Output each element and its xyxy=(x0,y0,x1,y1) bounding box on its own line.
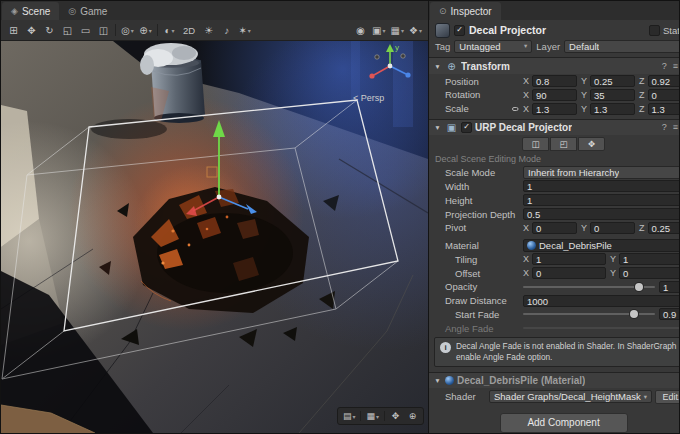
transform-header[interactable]: ▼ ⊕ Transform ? ≡ ⋮ xyxy=(429,57,680,74)
pivot-z-field[interactable]: 0.25 xyxy=(648,222,680,234)
urp-decal-projector-header[interactable]: ▼ ▣ ✓ URP Decal Projector ? ≡ ⋮ xyxy=(429,119,680,136)
scale-z-field[interactable]: 1.3 xyxy=(648,103,680,115)
rotation-row: Rotation X90 Y35 Z0 xyxy=(429,88,680,102)
overlay-separator xyxy=(360,411,361,421)
offset-x-field[interactable]: 0 xyxy=(532,267,606,279)
view-tool-icon[interactable]: ✥ xyxy=(23,22,40,38)
draw-distance-field[interactable]: 1000 xyxy=(523,295,680,307)
pan-overlay-icon[interactable]: ✥ xyxy=(388,409,403,423)
inspector-menu-icon[interactable]: ⋮ xyxy=(676,5,680,16)
gizmos-menu-icon[interactable]: ❖▾ xyxy=(407,22,424,38)
scene-viewport[interactable]: y < Persp ▤▾ ▦▾ ✥ ⊕ xyxy=(1,41,428,433)
position-label: Position xyxy=(429,76,523,87)
tiling-x-field[interactable]: 1 xyxy=(532,253,606,265)
layer-dropdown[interactable]: Default ▾ xyxy=(564,40,680,53)
start-fade-field[interactable]: 0.9 xyxy=(659,308,680,320)
position-y-field[interactable]: 0.25 xyxy=(590,75,635,87)
grid-toggle-icon[interactable]: ▦▾ xyxy=(364,409,381,423)
shader-dropdown[interactable]: Shader Graphs/Decal_HeightMask ▾ xyxy=(489,390,652,403)
grid-settings-icon[interactable]: ▦▾ xyxy=(389,22,406,38)
component-enabled-checkbox[interactable]: ✓ xyxy=(461,122,472,133)
transform-tool-icon[interactable]: ◫ xyxy=(95,22,112,38)
opacity-row: Opacity 1 xyxy=(429,280,680,294)
scale-tool-icon[interactable]: ◱ xyxy=(59,22,76,38)
scale-mode-dropdown[interactable]: Inherit from Hierarchy ▾ xyxy=(523,166,680,179)
add-component-button[interactable]: Add Component xyxy=(500,413,628,433)
material-object-field[interactable]: Decal_DebrisPile ⊙ xyxy=(523,239,680,252)
projection-depth-field[interactable]: 0.5 xyxy=(523,208,680,220)
start-fade-row: Start Fade 0.9 xyxy=(429,308,680,322)
pivot-mode-icon[interactable]: ◎▾ xyxy=(119,22,136,38)
overlay-separator xyxy=(384,411,385,421)
effects-toggle-icon[interactable]: ✶▾ xyxy=(236,22,253,38)
unity-editor-window: ◈ Scene ◎ Game ⊞ ✥ ↻ ◱ ▭ ◫ ◎▾ ⊕▾ ◐▾ 2D ☀… xyxy=(0,0,680,434)
camera-settings-icon[interactable]: ▣▾ xyxy=(370,22,387,38)
offset-y-field[interactable]: 0 xyxy=(619,267,680,279)
angle-fade-row: Angle Fade xyxy=(429,321,680,335)
opacity-field[interactable]: 1 xyxy=(659,281,680,293)
transform-icon: ⊕ xyxy=(445,61,458,72)
rect-tool-icon[interactable]: ▭ xyxy=(77,22,94,38)
decal-projector-icon xyxy=(435,23,450,38)
scene-tab-label: Scene xyxy=(22,6,50,17)
2d-toggle[interactable]: 2D xyxy=(179,25,199,36)
scene-visibility-icon[interactable]: ◉ xyxy=(352,22,369,38)
scale-x-field[interactable]: 1.3 xyxy=(532,103,577,115)
presets-icon[interactable]: ≡ xyxy=(673,61,678,71)
pivot-x-field[interactable]: 0 xyxy=(532,222,577,234)
tiling-y-field[interactable]: 1 xyxy=(619,253,680,265)
gameobject-name[interactable]: Decal Projector xyxy=(469,24,645,36)
audio-toggle-icon[interactable]: ♪ xyxy=(218,22,235,38)
foldout-icon[interactable]: ▼ xyxy=(433,124,442,131)
shading-mode-icon[interactable]: ◐▾ xyxy=(161,22,178,38)
decal-component-icon: ▣ xyxy=(445,122,458,133)
help-icon[interactable]: ? xyxy=(662,61,667,71)
rotation-x-field[interactable]: 90 xyxy=(532,89,577,101)
edit-pivot-mode-button[interactable]: ✥ xyxy=(578,137,605,151)
offset-label: Offset xyxy=(429,268,523,279)
lighting-toggle-icon[interactable]: ☀ xyxy=(200,22,217,38)
material-section-header[interactable]: ▼ Decal_DebrisPile (Material) ⋮ xyxy=(429,372,680,389)
start-fade-slider-knob[interactable] xyxy=(630,310,638,318)
foldout-icon[interactable]: ▼ xyxy=(433,63,442,70)
decal-edit-mode-buttons: ◫ ◰ ✥ xyxy=(429,135,680,153)
persp-label[interactable]: < Persp xyxy=(353,93,384,103)
static-toggle[interactable]: Static ▾ xyxy=(649,25,680,36)
shader-edit-button[interactable]: Edit... xyxy=(655,390,680,404)
tiling-label: Tiling xyxy=(429,254,523,265)
tag-dropdown[interactable]: Untagged ▾ xyxy=(454,40,532,53)
rotation-z-field[interactable]: 0 xyxy=(648,89,680,101)
offset-row: Offset X0 Y0 xyxy=(429,266,680,280)
handle-orientation-icon[interactable]: ⊕▾ xyxy=(137,22,154,38)
tab-inspector[interactable]: ⊙ Inspector xyxy=(430,2,501,20)
help-icon[interactable]: ? xyxy=(662,122,667,132)
width-field[interactable]: 1 xyxy=(523,180,680,192)
tools-overlay-icon[interactable]: ⊞ xyxy=(5,22,22,38)
static-checkbox[interactable] xyxy=(649,25,660,36)
scale-y-field[interactable]: 1.3 xyxy=(590,103,635,115)
pivot-y-field[interactable]: 0 xyxy=(590,222,635,234)
zoom-overlay-icon[interactable]: ⊕ xyxy=(405,409,420,423)
opacity-slider-knob[interactable] xyxy=(635,283,643,291)
position-z-field[interactable]: 0.92 xyxy=(648,75,680,87)
tab-scene[interactable]: ◈ Scene xyxy=(2,2,59,20)
info-icon: i xyxy=(440,342,451,353)
edit-crop-mode-button[interactable]: ◰ xyxy=(550,137,577,151)
presets-icon[interactable]: ≡ xyxy=(673,122,678,132)
position-x-field[interactable]: 0.8 xyxy=(532,75,577,87)
scene-tab-icon: ◈ xyxy=(11,6,18,16)
tab-game[interactable]: ◎ Game xyxy=(59,2,116,20)
height-field[interactable]: 1 xyxy=(523,194,680,206)
camera-preview-icon[interactable]: ▤▾ xyxy=(341,409,358,423)
tiling-row: Tiling X1 Y1 xyxy=(429,252,680,266)
link-scale-icon[interactable] xyxy=(511,105,523,113)
edit-scale-mode-button[interactable]: ◫ xyxy=(522,137,549,151)
inspector-tab-label: Inspector xyxy=(451,6,492,17)
active-checkbox[interactable]: ✓ xyxy=(454,25,465,36)
rotate-tool-icon[interactable]: ↻ xyxy=(41,22,58,38)
foldout-icon[interactable]: ▼ xyxy=(433,377,442,384)
rotation-y-field[interactable]: 35 xyxy=(590,89,635,101)
projection-depth-row: Projection Depth 0.5 xyxy=(429,207,680,221)
opacity-slider[interactable] xyxy=(523,281,655,293)
start-fade-slider[interactable] xyxy=(523,308,655,320)
